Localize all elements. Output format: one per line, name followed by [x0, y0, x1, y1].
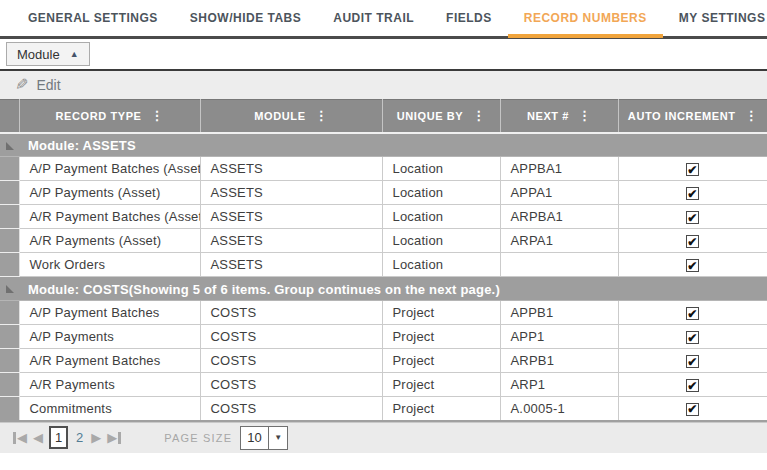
- group-collapse-icon[interactable]: [6, 285, 14, 293]
- page-2-button[interactable]: 2: [71, 430, 88, 445]
- row-gutter: [0, 205, 19, 229]
- cell-unique-by: Project: [382, 301, 500, 325]
- column-header-next-number[interactable]: NEXT # ⋮: [500, 100, 618, 133]
- row-gutter: [0, 349, 19, 373]
- table-row[interactable]: A/R Payment Batches COSTS Project ARPB1: [0, 349, 767, 373]
- column-label: MODULE: [254, 110, 305, 122]
- checked-checkbox[interactable]: [686, 331, 699, 344]
- cell-auto-increment: [618, 349, 767, 373]
- cell-module: ASSETS: [200, 157, 382, 181]
- row-gutter: [0, 301, 19, 325]
- cell-module: COSTS: [200, 349, 382, 373]
- last-page-button[interactable]: ▶: [107, 431, 121, 444]
- row-gutter: [0, 157, 19, 181]
- chevron-down-icon: ▼: [274, 434, 282, 442]
- column-label: AUTO INCREMENT: [628, 110, 736, 122]
- cell-module: COSTS: [200, 373, 382, 397]
- row-gutter: [0, 325, 19, 349]
- column-menu-icon[interactable]: ⋮: [472, 109, 485, 122]
- cell-auto-increment: [618, 397, 767, 421]
- cell-module: COSTS: [200, 301, 382, 325]
- group-chip-module[interactable]: Module ▲: [6, 42, 90, 66]
- row-gutter: [0, 397, 19, 421]
- cell-auto-increment: [618, 205, 767, 229]
- checked-checkbox[interactable]: [686, 163, 699, 176]
- checked-checkbox[interactable]: [686, 307, 699, 320]
- cell-next-number: APPBA1: [500, 157, 618, 181]
- table-row[interactable]: A/P Payments (Asset) ASSETS Location APP…: [0, 181, 767, 205]
- cell-next-number: [500, 253, 618, 277]
- group-label: Module: COSTS(Showing 5 of 6 items. Grou…: [28, 282, 500, 297]
- dropdown-caret-button[interactable]: ▼: [268, 427, 287, 449]
- tab-fields[interactable]: FIELDS: [430, 0, 508, 36]
- cell-record-type: A/P Payment Batches: [19, 301, 200, 325]
- first-page-button[interactable]: ◀: [13, 431, 27, 444]
- checked-checkbox[interactable]: [686, 259, 699, 272]
- cell-record-type: Commitments: [19, 397, 200, 421]
- table-row[interactable]: Work Orders ASSETS Location: [0, 253, 767, 277]
- column-header-auto-increment[interactable]: AUTO INCREMENT ⋮: [618, 100, 767, 133]
- tab-record-numbers[interactable]: RECORD NUMBERS: [508, 0, 663, 36]
- column-label: RECORD TYPE: [55, 110, 141, 122]
- column-header-unique-by[interactable]: UNIQUE BY ⋮: [382, 100, 500, 133]
- checked-checkbox[interactable]: [686, 211, 699, 224]
- column-menu-icon[interactable]: ⋮: [745, 109, 758, 122]
- cell-unique-by: Location: [382, 181, 500, 205]
- cell-unique-by: Project: [382, 349, 500, 373]
- checked-checkbox[interactable]: [686, 379, 699, 392]
- table-row[interactable]: A/R Payments (Asset) ASSETS Location ARP…: [0, 229, 767, 253]
- group-collapse-icon[interactable]: [6, 142, 14, 150]
- cell-unique-by: Location: [382, 253, 500, 277]
- table-row[interactable]: A/P Payment Batches COSTS Project APPB1: [0, 301, 767, 325]
- cell-record-type: A/R Payments (Asset): [19, 229, 200, 253]
- table-row[interactable]: A/P Payments COSTS Project APP1: [0, 325, 767, 349]
- column-header-module[interactable]: MODULE ⋮: [200, 100, 382, 133]
- page-size-select[interactable]: 10 ▼: [240, 426, 288, 450]
- cell-record-type: A/R Payment Batches (Asset): [19, 205, 200, 229]
- tab-general-settings[interactable]: GENERAL SETTINGS: [12, 0, 174, 36]
- cell-next-number: A.0005-1: [500, 397, 618, 421]
- cell-auto-increment: [618, 229, 767, 253]
- settings-tab-bar: GENERAL SETTINGS SHOW/HIDE TABS AUDIT TR…: [0, 0, 767, 39]
- checked-checkbox[interactable]: [686, 355, 699, 368]
- checked-checkbox[interactable]: [686, 187, 699, 200]
- cell-next-number: ARPA1: [500, 229, 618, 253]
- cell-auto-increment: [618, 373, 767, 397]
- edit-button[interactable]: ✎ Edit: [15, 77, 61, 93]
- tab-show-hide-tabs[interactable]: SHOW/HIDE TABS: [174, 0, 317, 36]
- cell-auto-increment: [618, 325, 767, 349]
- next-page-button[interactable]: ▶: [91, 431, 101, 444]
- cell-module: ASSETS: [200, 181, 382, 205]
- record-numbers-table: RECORD TYPE ⋮ MODULE ⋮ UNIQUE BY ⋮ NEXT …: [0, 99, 767, 422]
- column-header-record-type[interactable]: RECORD TYPE ⋮: [19, 100, 200, 133]
- cell-unique-by: Project: [382, 373, 500, 397]
- table-row[interactable]: A/R Payment Batches (Asset) ASSETS Locat…: [0, 205, 767, 229]
- tab-my-settings[interactable]: MY SETTINGS: [663, 0, 767, 36]
- checked-checkbox[interactable]: [686, 403, 699, 416]
- table-row[interactable]: A/R Payments COSTS Project ARP1: [0, 373, 767, 397]
- checked-checkbox[interactable]: [686, 235, 699, 248]
- table-row[interactable]: Commitments COSTS Project A.0005-1: [0, 397, 767, 421]
- previous-page-button[interactable]: ◀: [33, 431, 43, 444]
- cell-unique-by: Project: [382, 397, 500, 421]
- row-gutter: [0, 373, 19, 397]
- cell-unique-by: Location: [382, 205, 500, 229]
- column-menu-icon[interactable]: ⋮: [315, 109, 328, 122]
- group-row-assets[interactable]: Module: ASSETS: [0, 133, 767, 157]
- row-gutter: [0, 253, 19, 277]
- tab-audit-trail[interactable]: AUDIT TRAIL: [317, 0, 430, 36]
- group-row-costs[interactable]: Module: COSTS(Showing 5 of 6 items. Grou…: [0, 277, 767, 301]
- column-menu-icon[interactable]: ⋮: [151, 109, 164, 122]
- cell-next-number: APP1: [500, 325, 618, 349]
- sort-ascending-icon[interactable]: ▲: [70, 50, 79, 59]
- cell-module: ASSETS: [200, 253, 382, 277]
- pencil-icon: ✎: [15, 77, 28, 93]
- cell-record-type: A/P Payments (Asset): [19, 181, 200, 205]
- column-menu-icon[interactable]: ⋮: [578, 109, 591, 122]
- page-size-label: PAGE SIZE: [164, 432, 232, 444]
- cell-auto-increment: [618, 181, 767, 205]
- table-row[interactable]: A/P Payment Batches (Asset) ASSETS Locat…: [0, 157, 767, 181]
- current-page-button[interactable]: 1: [49, 426, 68, 449]
- cell-record-type: Work Orders: [19, 253, 200, 277]
- group-chip-label: Module: [17, 47, 60, 62]
